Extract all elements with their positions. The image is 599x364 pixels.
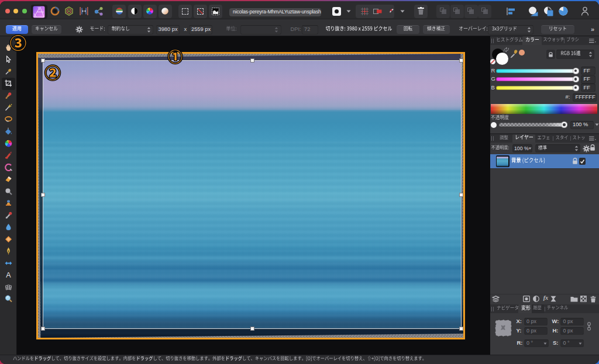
svg-text:A: A <box>6 271 11 279</box>
